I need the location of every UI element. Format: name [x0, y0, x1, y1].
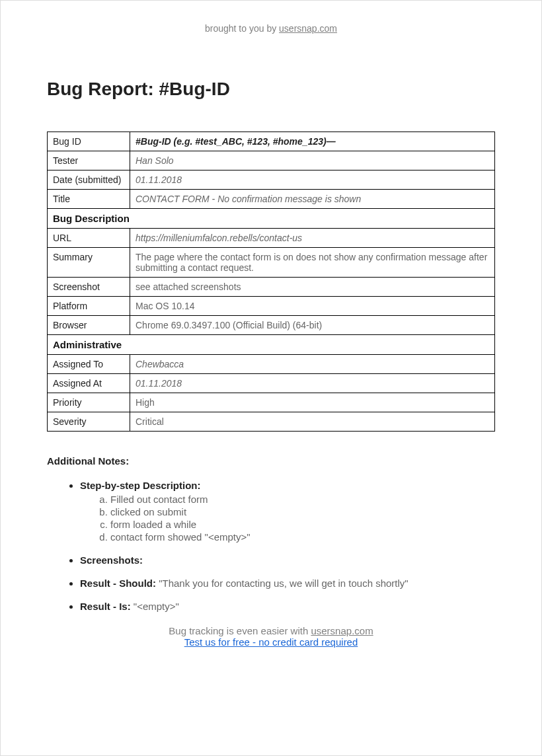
field-value: Chewbacca — [130, 355, 495, 374]
footer: Bug tracking is even easier with usersna… — [47, 625, 495, 648]
field-value: https://milleniumfalcon.rebells/contact-… — [130, 229, 495, 248]
step-label: Step-by-step Description: — [80, 480, 201, 491]
notes-screenshots: Screenshots: — [80, 554, 495, 566]
page-title: Bug Report: #Bug-ID — [47, 79, 495, 100]
table-row: PlatformMac OS 10.14 — [48, 297, 495, 316]
field-label: Assigned To — [48, 355, 130, 374]
field-value: High — [130, 393, 495, 412]
field-label: Assigned At — [48, 374, 130, 393]
credit-link[interactable]: usersnap.com — [279, 23, 337, 34]
screenshots-label: Screenshots: — [80, 554, 143, 566]
field-label: Tester — [48, 151, 130, 170]
table-row: URLhttps://milleniumfalcon.rebells/conta… — [48, 229, 495, 248]
field-label: Severity — [48, 412, 130, 432]
field-label: Bug ID — [48, 132, 130, 151]
field-value: see attached screenshots — [130, 278, 495, 297]
result-is-value: "<empty>" — [134, 601, 179, 612]
field-label: Platform — [48, 297, 130, 316]
result-should-label: Result - Should: — [80, 578, 159, 589]
section-header: Administrative — [48, 335, 495, 355]
field-label: Date (submitted) — [48, 170, 130, 190]
section-bug-description: Bug Description — [48, 209, 495, 229]
notes-list: Step-by-step Description: Filled out con… — [47, 480, 495, 612]
field-label: Browser — [48, 316, 130, 335]
field-value: Chrome 69.0.3497.100 (Official Build) (6… — [130, 316, 495, 335]
table-row: Screenshotsee attached screenshots — [48, 278, 495, 297]
field-label: Screenshot — [48, 278, 130, 297]
field-value: Critical — [130, 412, 495, 432]
footer-link-1[interactable]: usersnap.com — [311, 625, 373, 636]
table-row: Bug ID#Bug-ID (e.g. #test_ABC, #123, #ho… — [48, 132, 495, 151]
section-header: Bug Description — [48, 209, 495, 229]
field-value: 01.11.2018 — [130, 374, 495, 393]
table-row: SummaryThe page where the contact form i… — [48, 248, 495, 278]
table-row: Date (submitted)01.11.2018 — [48, 170, 495, 190]
notes-result-is: Result - Is: "<empty>" — [80, 601, 495, 612]
step-item: Filled out contact form — [110, 494, 495, 505]
field-value: The page where the contact form is on do… — [130, 248, 495, 278]
top-credit: brought to you by usersnap.com — [47, 23, 495, 34]
step-item: contact form showed "<empty>" — [110, 531, 495, 543]
steps-list: Filled out contact formclicked on submit… — [80, 494, 495, 543]
field-value: #Bug-ID (e.g. #test_ABC, #123, #home_123… — [130, 132, 495, 151]
additional-notes: Additional Notes: Step-by-step Descripti… — [47, 455, 495, 612]
step-item: form loaded a while — [110, 519, 495, 530]
table-row: Assigned ToChewbacca — [48, 355, 495, 374]
field-value: CONTACT FORM - No confirmation message i… — [130, 190, 495, 209]
result-is-label: Result - Is: — [80, 601, 134, 612]
field-label: Title — [48, 190, 130, 209]
field-value: Mac OS 10.14 — [130, 297, 495, 316]
footer-line-1: Bug tracking is even easier with usersna… — [47, 625, 495, 636]
field-label: URL — [48, 229, 130, 248]
footer-link-2[interactable]: Test us for free - no credit card requir… — [184, 636, 358, 648]
section-administrative: Administrative — [48, 335, 495, 355]
field-value: 01.11.2018 — [130, 170, 495, 190]
footer-line-2: Test us for free - no credit card requir… — [47, 636, 495, 648]
step-item: clicked on submit — [110, 506, 495, 517]
notes-step-by-step: Step-by-step Description: Filled out con… — [80, 480, 495, 543]
bug-report-table: Bug ID#Bug-ID (e.g. #test_ABC, #123, #ho… — [47, 132, 495, 432]
table-row: Assigned At01.11.2018 — [48, 374, 495, 393]
table-row: TesterHan Solo — [48, 151, 495, 170]
result-should-value: "Thank you for contacting us, we will ge… — [159, 578, 408, 589]
table-row: BrowserChrome 69.0.3497.100 (Official Bu… — [48, 316, 495, 335]
field-value: Han Solo — [130, 151, 495, 170]
notes-result-should: Result - Should: "Thank you for contacti… — [80, 578, 495, 589]
field-label: Summary — [48, 248, 130, 278]
table-row: TitleCONTACT FORM - No confirmation mess… — [48, 190, 495, 209]
field-label: Priority — [48, 393, 130, 412]
footer-prefix: Bug tracking is even easier with — [169, 625, 311, 636]
table-row: SeverityCritical — [48, 412, 495, 432]
document-page: brought to you by usersnap.com Bug Repor… — [0, 0, 542, 756]
notes-title: Additional Notes: — [47, 455, 495, 467]
credit-prefix: brought to you by — [205, 23, 279, 34]
table-row: PriorityHigh — [48, 393, 495, 412]
